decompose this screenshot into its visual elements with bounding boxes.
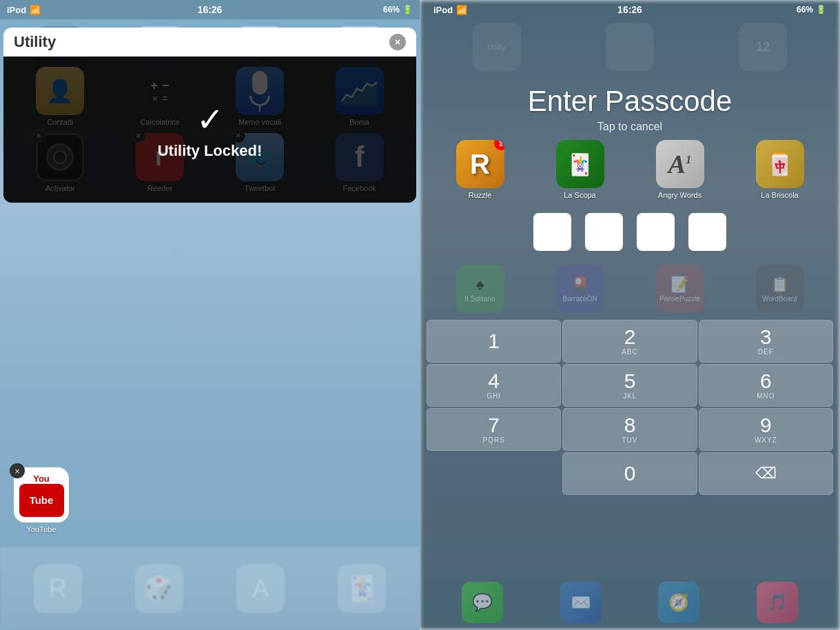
- bottom-ghost-2: 🎲: [135, 565, 183, 613]
- parole-label: ParolePuzzle: [659, 295, 700, 303]
- left-device-label: iPod: [7, 5, 26, 15]
- key-9-number: 9: [760, 415, 772, 436]
- left-time: 16:26: [198, 4, 223, 15]
- locked-text: Utility Locked!: [158, 142, 263, 160]
- angry-icon: A1: [656, 140, 704, 188]
- bottom-blur-bar: R 🎲 A 🃏: [0, 547, 420, 630]
- key-7-letters: PQRS: [482, 436, 504, 444]
- folder-close-button[interactable]: ×: [389, 34, 406, 50]
- key-2[interactable]: 2 ABC: [562, 320, 697, 363]
- checkmark-icon: ✓: [196, 100, 224, 139]
- wordboard-label: WordBoard: [762, 295, 797, 303]
- key-2-number: 2: [624, 327, 636, 347]
- safari-icon: 🧭: [668, 593, 689, 612]
- right-device: iPod: [433, 5, 453, 15]
- safari-dock-app[interactable]: 🧭: [658, 582, 699, 623]
- key-1[interactable]: 1: [427, 320, 561, 363]
- ruzzle-badge: 1: [494, 140, 504, 150]
- messaggi-icon: 💬: [472, 593, 493, 612]
- yt-you-text: You: [33, 474, 50, 484]
- right-status-left: iPod 📶: [433, 5, 467, 15]
- key-4-letters: GHI: [486, 392, 501, 400]
- solitario-img: ♠: [476, 276, 484, 294]
- yt-tube-text: Tube: [30, 494, 54, 506]
- folder-content: 👤 Contatti +−: [3, 57, 416, 203]
- ghost-utility-label: Utility: [487, 43, 506, 51]
- key-9[interactable]: 9 WXYZ: [699, 408, 833, 451]
- key-6-number: 6: [760, 371, 772, 392]
- numpad-row-2: 4 GHI 5 JKL 6 MNO: [427, 364, 833, 407]
- bottom-dock: 💬 ✉️ 🧭 🎵: [420, 575, 840, 630]
- passcode-dot-2: [585, 213, 623, 251]
- right-status-right: 66% 🔋: [797, 5, 826, 14]
- right-status-center: 16:26: [617, 4, 642, 15]
- youtube-label: YouTube: [26, 525, 56, 534]
- key-6[interactable]: 6 MNO: [699, 364, 833, 407]
- key-2-letters: ABC: [622, 348, 638, 356]
- delete-icon: ⌫: [755, 465, 777, 482]
- scopa-cards: 🃏: [567, 152, 593, 176]
- scopa-app: 🃏 La Scopa: [556, 140, 604, 199]
- key-0[interactable]: 0: [562, 452, 697, 495]
- ruzzle-icon: R 1: [456, 140, 504, 188]
- ruzzle-badge-count: 1: [498, 140, 502, 148]
- passcode-title: Enter Passcode: [420, 85, 840, 118]
- parole-icon: 📝 ParolePuzzle: [656, 265, 704, 313]
- numpad-row-1: 1 2 ABC 3 DEF: [427, 320, 833, 363]
- folder-close-icon: ×: [395, 37, 400, 48]
- angry-a-text: A1: [668, 149, 691, 179]
- key-1-number: 1: [488, 331, 500, 352]
- key-3-number: 3: [760, 327, 772, 347]
- angry-label: Angry Words: [658, 191, 701, 199]
- key-empty: [427, 452, 561, 495]
- burraco-icon: 🎴 BurracoON: [556, 265, 604, 313]
- passcode-header: Enter Passcode Tap to cancel: [420, 74, 840, 136]
- yt-logo: Tube: [19, 484, 64, 517]
- bottom-ghost-1: R: [34, 565, 82, 613]
- burraco-label: BurracoON: [562, 295, 597, 303]
- left-status-bar: iPod 📶 16:26 66% 🔋: [0, 0, 420, 19]
- key-7[interactable]: 7 PQRS: [427, 408, 561, 451]
- numpad-row-3: 7 PQRS 8 TUV 9 WXYZ: [427, 408, 833, 451]
- bottom-ghost-4: 🃏: [338, 565, 386, 613]
- ghost-12-text: 12: [756, 40, 770, 54]
- key-5-letters: JKL: [623, 392, 637, 400]
- locked-overlay: ✓ Utility Locked!: [3, 57, 416, 203]
- wordboard-icon: 📋 WordBoard: [756, 265, 804, 313]
- right-battery-pct: 66%: [797, 5, 813, 14]
- key-7-number: 7: [488, 415, 500, 436]
- angry-app: A1 Angry Words: [656, 140, 704, 199]
- solitario-label: Il Solitario: [465, 295, 495, 303]
- key-8[interactable]: 8 TUV: [562, 408, 697, 451]
- yt-delete-button[interactable]: ×: [10, 463, 25, 478]
- burraco-img: 🎴: [571, 276, 589, 294]
- youtube-section[interactable]: × You Tube YouTube: [14, 467, 69, 534]
- key-8-number: 8: [624, 415, 636, 436]
- ghost-middle: [606, 23, 654, 71]
- right-panel: iPod 📶 16:26 66% 🔋 Utility 12: [420, 0, 840, 630]
- ruzzle-r: R: [470, 149, 490, 180]
- scopa-icon: 🃏: [556, 140, 604, 188]
- passcode-dot-4: [688, 213, 726, 251]
- briscola-icon: 🀄: [756, 140, 804, 188]
- scopa-label: La Scopa: [564, 191, 595, 199]
- passcode-dots: [420, 203, 840, 261]
- key-3[interactable]: 3 DEF: [699, 320, 833, 363]
- key-4[interactable]: 4 GHI: [427, 364, 561, 407]
- solitario-icon: ♠ Il Solitario: [456, 265, 504, 313]
- right-status-wrap: iPod 📶 16:26 66% 🔋: [427, 0, 833, 19]
- passcode-subtitle[interactable]: Tap to cancel: [420, 121, 840, 133]
- right-battery-icon: 🔋: [816, 5, 826, 14]
- musica-icon: 🎵: [767, 593, 788, 612]
- key-delete[interactable]: ⌫: [699, 452, 833, 495]
- key-5[interactable]: 5 JKL: [562, 364, 697, 407]
- bottom-ghost-3: A: [236, 565, 285, 613]
- messaggi-dock-app[interactable]: 💬: [462, 582, 503, 623]
- right-status-bar: iPod 📶 16:26 66% 🔋: [420, 0, 840, 19]
- left-battery-pct: 66%: [383, 5, 400, 14]
- mail-dock-app[interactable]: ✉️: [560, 582, 602, 623]
- right-content: iPod 📶 16:26 66% 🔋 Utility 12: [420, 0, 840, 630]
- mail-icon: ✉️: [571, 593, 591, 612]
- musica-dock-app[interactable]: 🎵: [757, 582, 798, 623]
- ruzzle-label: Ruzzle: [469, 191, 492, 199]
